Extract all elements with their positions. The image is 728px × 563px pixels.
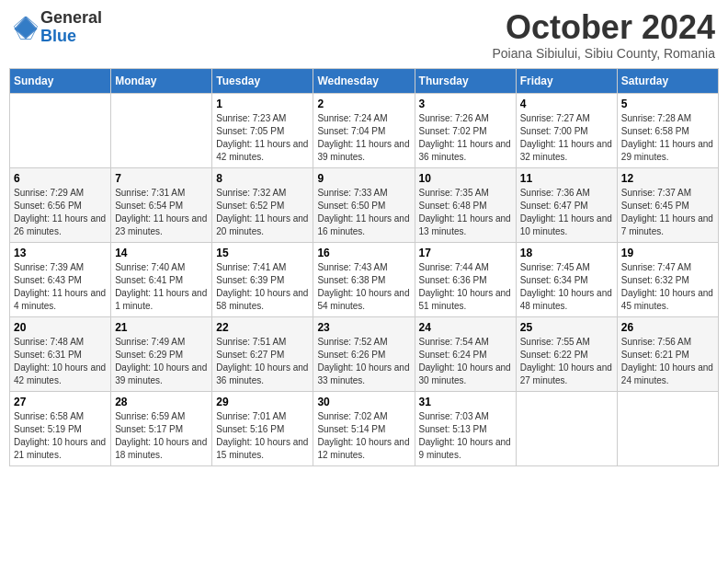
day-number: 20 bbox=[14, 321, 107, 334]
calendar-cell: 10Sunrise: 7:35 AM Sunset: 6:48 PM Dayli… bbox=[415, 167, 516, 242]
calendar-week-row: 27Sunrise: 6:58 AM Sunset: 5:19 PM Dayli… bbox=[10, 391, 719, 465]
day-number: 4 bbox=[520, 98, 613, 110]
day-number: 21 bbox=[115, 321, 208, 334]
day-info: Sunrise: 7:24 AM Sunset: 7:04 PM Dayligh… bbox=[317, 112, 410, 164]
day-info: Sunrise: 7:45 AM Sunset: 6:34 PM Dayligh… bbox=[520, 261, 613, 313]
calendar-cell: 4Sunrise: 7:27 AM Sunset: 7:00 PM Daylig… bbox=[516, 93, 617, 167]
calendar-cell: 29Sunrise: 7:01 AM Sunset: 5:16 PM Dayli… bbox=[212, 391, 313, 465]
calendar-cell bbox=[617, 391, 718, 465]
day-info: Sunrise: 7:26 AM Sunset: 7:02 PM Dayligh… bbox=[419, 112, 512, 164]
day-info: Sunrise: 7:36 AM Sunset: 6:47 PM Dayligh… bbox=[520, 187, 613, 238]
calendar-week-row: 1Sunrise: 7:23 AM Sunset: 7:05 PM Daylig… bbox=[10, 93, 719, 167]
day-number: 16 bbox=[317, 247, 410, 259]
day-info: Sunrise: 7:31 AM Sunset: 6:54 PM Dayligh… bbox=[115, 187, 208, 238]
calendar-cell: 21Sunrise: 7:49 AM Sunset: 6:29 PM Dayli… bbox=[111, 316, 212, 391]
day-info: Sunrise: 7:03 AM Sunset: 5:13 PM Dayligh… bbox=[419, 410, 512, 462]
calendar-week-row: 6Sunrise: 7:29 AM Sunset: 6:56 PM Daylig… bbox=[10, 167, 719, 242]
svg-marker-1 bbox=[17, 18, 36, 37]
calendar-day-header: Wednesday bbox=[313, 68, 415, 93]
calendar-cell: 28Sunrise: 6:59 AM Sunset: 5:17 PM Dayli… bbox=[111, 391, 212, 465]
day-info: Sunrise: 7:48 AM Sunset: 6:31 PM Dayligh… bbox=[14, 336, 107, 387]
calendar-week-row: 20Sunrise: 7:48 AM Sunset: 6:31 PM Dayli… bbox=[10, 316, 719, 391]
day-number: 29 bbox=[216, 396, 309, 408]
calendar-cell: 24Sunrise: 7:54 AM Sunset: 6:24 PM Dayli… bbox=[415, 316, 516, 391]
day-number: 8 bbox=[216, 172, 309, 185]
calendar-body: 1Sunrise: 7:23 AM Sunset: 7:05 PM Daylig… bbox=[10, 93, 719, 465]
day-info: Sunrise: 7:37 AM Sunset: 6:45 PM Dayligh… bbox=[621, 187, 714, 238]
day-info: Sunrise: 7:43 AM Sunset: 6:38 PM Dayligh… bbox=[317, 261, 410, 313]
title-section: October 2024 Poiana Sibiului, Sibiu Coun… bbox=[492, 9, 715, 61]
day-number: 9 bbox=[317, 172, 410, 185]
day-info: Sunrise: 7:28 AM Sunset: 6:58 PM Dayligh… bbox=[621, 112, 714, 164]
calendar-cell: 25Sunrise: 7:55 AM Sunset: 6:22 PM Dayli… bbox=[516, 316, 617, 391]
day-number: 1 bbox=[216, 98, 309, 110]
day-info: Sunrise: 7:01 AM Sunset: 5:16 PM Dayligh… bbox=[216, 410, 309, 462]
day-number: 11 bbox=[520, 172, 613, 185]
day-number: 18 bbox=[520, 247, 613, 259]
day-number: 23 bbox=[317, 321, 410, 334]
day-info: Sunrise: 7:40 AM Sunset: 6:41 PM Dayligh… bbox=[115, 261, 208, 313]
calendar-cell: 17Sunrise: 7:44 AM Sunset: 6:36 PM Dayli… bbox=[415, 242, 516, 316]
logo: GeneralBlue bbox=[13, 9, 102, 46]
calendar-cell: 14Sunrise: 7:40 AM Sunset: 6:41 PM Dayli… bbox=[111, 242, 212, 316]
calendar-cell: 8Sunrise: 7:32 AM Sunset: 6:52 PM Daylig… bbox=[212, 167, 313, 242]
logo-icon bbox=[13, 15, 39, 40]
day-info: Sunrise: 7:52 AM Sunset: 6:26 PM Dayligh… bbox=[317, 336, 410, 387]
calendar-cell: 12Sunrise: 7:37 AM Sunset: 6:45 PM Dayli… bbox=[617, 167, 718, 242]
day-number: 5 bbox=[621, 98, 714, 110]
day-info: Sunrise: 7:49 AM Sunset: 6:29 PM Dayligh… bbox=[115, 336, 208, 387]
day-info: Sunrise: 7:39 AM Sunset: 6:43 PM Dayligh… bbox=[14, 261, 107, 313]
day-number: 26 bbox=[621, 321, 714, 334]
calendar-cell: 20Sunrise: 7:48 AM Sunset: 6:31 PM Dayli… bbox=[10, 316, 111, 391]
day-number: 7 bbox=[115, 172, 208, 185]
month-title: October 2024 bbox=[492, 9, 715, 46]
day-info: Sunrise: 7:54 AM Sunset: 6:24 PM Dayligh… bbox=[419, 336, 512, 387]
day-info: Sunrise: 7:29 AM Sunset: 6:56 PM Dayligh… bbox=[14, 187, 107, 238]
day-info: Sunrise: 7:44 AM Sunset: 6:36 PM Dayligh… bbox=[419, 261, 512, 313]
calendar-cell: 11Sunrise: 7:36 AM Sunset: 6:47 PM Dayli… bbox=[516, 167, 617, 242]
calendar-table: SundayMondayTuesdayWednesdayThursdayFrid… bbox=[9, 68, 719, 466]
calendar-day-header: Sunday bbox=[10, 68, 111, 93]
day-info: Sunrise: 7:32 AM Sunset: 6:52 PM Dayligh… bbox=[216, 187, 309, 238]
page-header: GeneralBlue October 2024 Poiana Sibiului… bbox=[9, 9, 719, 61]
day-info: Sunrise: 7:35 AM Sunset: 6:48 PM Dayligh… bbox=[419, 187, 512, 238]
day-number: 25 bbox=[520, 321, 613, 334]
calendar-week-row: 13Sunrise: 7:39 AM Sunset: 6:43 PM Dayli… bbox=[10, 242, 719, 316]
calendar-day-header: Saturday bbox=[617, 68, 718, 93]
calendar-cell: 18Sunrise: 7:45 AM Sunset: 6:34 PM Dayli… bbox=[516, 242, 617, 316]
calendar-cell: 6Sunrise: 7:29 AM Sunset: 6:56 PM Daylig… bbox=[10, 167, 111, 242]
calendar-cell: 19Sunrise: 7:47 AM Sunset: 6:32 PM Dayli… bbox=[617, 242, 718, 316]
calendar-day-header: Thursday bbox=[415, 68, 516, 93]
calendar-cell: 26Sunrise: 7:56 AM Sunset: 6:21 PM Dayli… bbox=[617, 316, 718, 391]
calendar-cell: 13Sunrise: 7:39 AM Sunset: 6:43 PM Dayli… bbox=[10, 242, 111, 316]
calendar-cell bbox=[10, 93, 111, 167]
calendar-cell: 1Sunrise: 7:23 AM Sunset: 7:05 PM Daylig… bbox=[212, 93, 313, 167]
calendar-day-header: Monday bbox=[111, 68, 212, 93]
day-number: 19 bbox=[621, 247, 714, 259]
day-number: 27 bbox=[14, 396, 107, 408]
day-number: 30 bbox=[317, 396, 410, 408]
day-info: Sunrise: 7:27 AM Sunset: 7:00 PM Dayligh… bbox=[520, 112, 613, 164]
calendar-cell: 5Sunrise: 7:28 AM Sunset: 6:58 PM Daylig… bbox=[617, 93, 718, 167]
day-info: Sunrise: 7:41 AM Sunset: 6:39 PM Dayligh… bbox=[216, 261, 309, 313]
calendar-cell: 23Sunrise: 7:52 AM Sunset: 6:26 PM Dayli… bbox=[313, 316, 415, 391]
day-info: Sunrise: 7:02 AM Sunset: 5:14 PM Dayligh… bbox=[317, 410, 410, 462]
calendar-cell: 27Sunrise: 6:58 AM Sunset: 5:19 PM Dayli… bbox=[10, 391, 111, 465]
calendar-cell: 22Sunrise: 7:51 AM Sunset: 6:27 PM Dayli… bbox=[212, 316, 313, 391]
calendar-cell: 31Sunrise: 7:03 AM Sunset: 5:13 PM Dayli… bbox=[415, 391, 516, 465]
calendar-cell bbox=[516, 391, 617, 465]
calendar-header-row: SundayMondayTuesdayWednesdayThursdayFrid… bbox=[10, 68, 719, 93]
logo-text: GeneralBlue bbox=[40, 9, 102, 46]
day-number: 15 bbox=[216, 247, 309, 259]
day-number: 17 bbox=[419, 247, 512, 259]
calendar-cell: 2Sunrise: 7:24 AM Sunset: 7:04 PM Daylig… bbox=[313, 93, 415, 167]
day-number: 28 bbox=[115, 396, 208, 408]
day-number: 13 bbox=[14, 247, 107, 259]
day-number: 6 bbox=[14, 172, 107, 185]
calendar-cell: 7Sunrise: 7:31 AM Sunset: 6:54 PM Daylig… bbox=[111, 167, 212, 242]
day-info: Sunrise: 7:56 AM Sunset: 6:21 PM Dayligh… bbox=[621, 336, 714, 387]
day-number: 3 bbox=[419, 98, 512, 110]
day-number: 24 bbox=[419, 321, 512, 334]
day-number: 22 bbox=[216, 321, 309, 334]
day-info: Sunrise: 7:33 AM Sunset: 6:50 PM Dayligh… bbox=[317, 187, 410, 238]
